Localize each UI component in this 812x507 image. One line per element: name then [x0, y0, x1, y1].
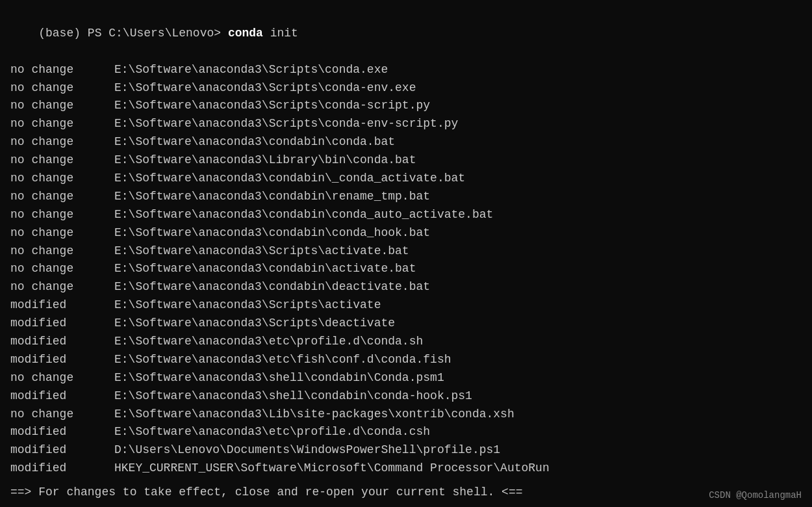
status-label: no change: [10, 151, 114, 170]
output-line: no changeE:\Software\anaconda3\Scripts\c…: [10, 115, 802, 133]
status-label: no change: [10, 188, 114, 206]
output-line: modifiedE:\Software\anaconda3\etc\profil…: [10, 423, 802, 441]
path-value: E:\Software\anaconda3\etc\profile.d\cond…: [114, 333, 423, 351]
output-line: no changeE:\Software\anaconda3\Scripts\c…: [10, 61, 802, 79]
output-line: no changeE:\Software\anaconda3\condabin\…: [10, 260, 802, 278]
path-value: E:\Software\anaconda3\condabin\conda_aut…: [114, 206, 493, 224]
path-value: E:\Software\anaconda3\Scripts\deactivate: [114, 315, 395, 333]
path-value: E:\Software\anaconda3\Scripts\conda-env-…: [114, 115, 458, 133]
output-line: modifiedE:\Software\anaconda3\Scripts\de…: [10, 315, 802, 333]
status-label: modified: [10, 460, 114, 478]
path-value: E:\Software\anaconda3\Scripts\activate: [114, 296, 381, 315]
status-label: no change: [10, 369, 114, 387]
path-value: E:\Software\anaconda3\shell\condabin\Con…: [114, 369, 444, 387]
output-line: no changeE:\Software\anaconda3\condabin\…: [10, 278, 802, 296]
status-label: modified: [10, 351, 114, 369]
status-label: no change: [10, 115, 114, 133]
path-value: E:\Software\anaconda3\Scripts\conda-scri…: [114, 97, 430, 115]
status-label: modified: [10, 296, 114, 315]
footer-line: ==> For changes to take effect, close an…: [10, 483, 802, 502]
status-label: no change: [10, 224, 114, 242]
path-value: E:\Software\anaconda3\condabin\conda_hoo…: [114, 224, 430, 242]
output-line: no changeE:\Software\anaconda3\condabin\…: [10, 206, 802, 224]
path-value: E:\Software\anaconda3\Scripts\activate.b…: [114, 242, 409, 261]
command-init: init: [263, 27, 298, 40]
status-label: no change: [10, 79, 114, 98]
output-line: modifiedE:\Software\anaconda3\etc\profil…: [10, 333, 802, 351]
path-value: E:\Software\anaconda3\Lib\site-packages\…: [114, 406, 514, 424]
status-label: no change: [10, 97, 114, 115]
output-line: no changeE:\Software\anaconda3\condabin\…: [10, 224, 802, 242]
path-value: E:\Software\anaconda3\etc\profile.d\cond…: [114, 423, 430, 441]
status-label: modified: [10, 423, 114, 441]
status-label: no change: [10, 61, 114, 79]
output-line: modifiedD:\Users\Lenovo\Documents\Window…: [10, 441, 802, 460]
watermark: CSDN @QomolangmaH: [709, 490, 802, 500]
status-label: modified: [10, 441, 114, 460]
path-value: E:\Software\anaconda3\Scripts\conda-env.…: [114, 79, 416, 98]
output-line: modifiedHKEY_CURRENT_USER\Software\Micro…: [10, 460, 802, 478]
output-line: no changeE:\Software\anaconda3\Scripts\c…: [10, 97, 802, 115]
status-label: no change: [10, 206, 114, 224]
status-label: no change: [10, 242, 114, 261]
output-line: no changeE:\Software\anaconda3\condabin\…: [10, 133, 802, 151]
output-line: no changeE:\Software\anaconda3\shell\con…: [10, 369, 802, 387]
path-value: E:\Software\anaconda3\condabin\deactivat…: [114, 278, 430, 296]
output-line: modifiedE:\Software\anaconda3\shell\cond…: [10, 387, 802, 406]
path-value: HKEY_CURRENT_USER\Software\Microsoft\Com…: [114, 460, 550, 478]
path-value: E:\Software\anaconda3\shell\condabin\con…: [114, 387, 472, 406]
status-label: no change: [10, 170, 114, 188]
path-value: E:\Software\anaconda3\condabin\activate.…: [114, 260, 416, 278]
status-label: modified: [10, 333, 114, 351]
output-line: no changeE:\Software\anaconda3\condabin\…: [10, 170, 802, 188]
status-label: no change: [10, 260, 114, 278]
output-lines: no changeE:\Software\anaconda3\Scripts\c…: [10, 61, 802, 478]
output-line: no changeE:\Software\anaconda3\Scripts\c…: [10, 79, 802, 98]
path-value: E:\Software\anaconda3\condabin\conda.bat: [114, 133, 395, 151]
output-line: modifiedE:\Software\anaconda3\Scripts\ac…: [10, 296, 802, 315]
path-value: D:\Users\Lenovo\Documents\WindowsPowerSh…: [114, 441, 500, 460]
output-line: no changeE:\Software\anaconda3\Scripts\a…: [10, 242, 802, 261]
path-value: E:\Software\anaconda3\condabin\rename_tm…: [114, 188, 430, 206]
output-line: modifiedE:\Software\anaconda3\etc\fish\c…: [10, 351, 802, 369]
terminal-window: (base) PS C:\Users\Lenovo> conda init no…: [0, 0, 812, 507]
output-line: no changeE:\Software\anaconda3\Lib\site-…: [10, 406, 802, 424]
path-value: E:\Software\anaconda3\condabin\_conda_ac…: [114, 170, 465, 188]
prompt-line: (base) PS C:\Users\Lenovo> conda init: [10, 6, 802, 61]
status-label: no change: [10, 133, 114, 151]
status-label: modified: [10, 315, 114, 333]
status-label: no change: [10, 406, 114, 424]
prompt-text: (base) PS C:\Users\Lenovo>: [38, 27, 228, 40]
output-line: no changeE:\Software\anaconda3\condabin\…: [10, 188, 802, 206]
command-conda: conda: [228, 27, 263, 40]
path-value: E:\Software\anaconda3\Library\bin\conda.…: [114, 151, 416, 170]
status-label: modified: [10, 387, 114, 406]
path-value: E:\Software\anaconda3\Scripts\conda.exe: [114, 61, 388, 79]
path-value: E:\Software\anaconda3\etc\fish\conf.d\co…: [114, 351, 451, 369]
output-line: no changeE:\Software\anaconda3\Library\b…: [10, 151, 802, 170]
status-label: no change: [10, 278, 114, 296]
